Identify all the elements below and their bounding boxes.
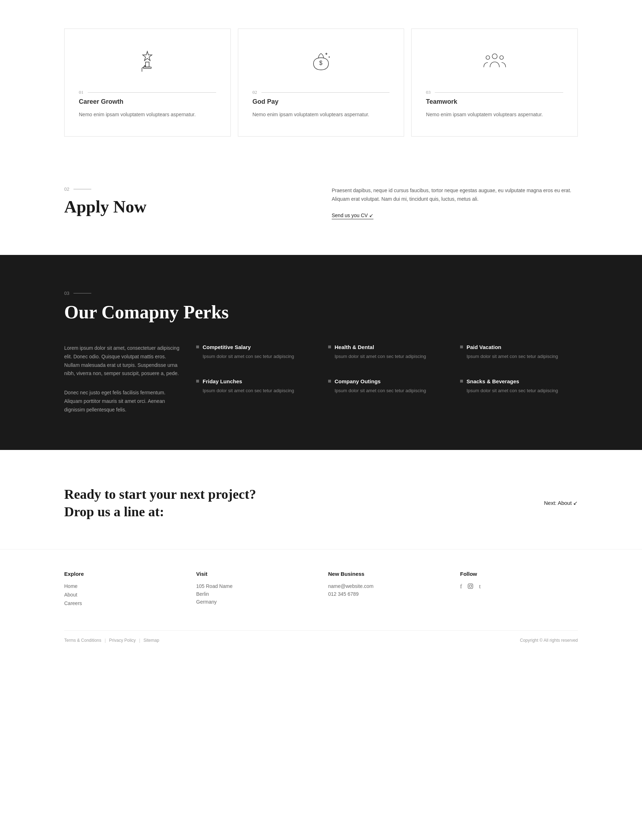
perks-section-number: 03 [64, 291, 578, 296]
perk-company-outings: Company Outings Ipsum dolor sit amet con… [328, 378, 446, 395]
card-number-2: 02 [253, 89, 390, 95]
footer-visit-title: Visit [196, 571, 314, 577]
perk-desc-snacks: Ipsum dolor sit amet con sec tetur adipi… [460, 387, 578, 395]
perk-bullet [196, 345, 199, 348]
apply-left: 02 Apply Now [64, 186, 310, 217]
perk-bullet-5 [460, 345, 463, 348]
cta-text-block: Ready to start your next project? Drop u… [64, 486, 256, 521]
perk-desc-outings: Ipsum dolor sit amet con sec tetur adipi… [328, 387, 446, 395]
perk-bullet-3 [328, 345, 331, 348]
footer-explore-title: Explore [64, 571, 182, 577]
footer-newbiz-col: New Business name@website.com 012 345 67… [328, 571, 446, 609]
perk-title-friday: Friday Lunches [196, 378, 314, 384]
footer-address-2: Berlin [196, 591, 314, 597]
card-desc-1: Nemo enim ipsam voluptatem voluptears as… [79, 110, 196, 118]
card-number-1: 01 [79, 89, 216, 95]
god-pay-icon: $ [253, 47, 390, 75]
perks-col-3: Health & Dental Ipsum dolor sit amet con… [328, 344, 446, 414]
footer-visit-col: Visit 105 Road Name Berlin Germany [196, 571, 314, 609]
perk-desc-competitive: Ipsum dolor sit amet con sec tetur adipi… [196, 353, 314, 361]
perk-desc-health: Ipsum dolor sit amet con sec tetur adipi… [328, 353, 446, 361]
footer-link-about[interactable]: About [64, 592, 182, 597]
footer-copyright: Copyright © All rights reserved [520, 638, 578, 643]
separator-2: | [139, 638, 140, 643]
perk-bullet-6 [460, 380, 463, 382]
perks-text-2: Donec nec justo eget felis facilisis fer… [64, 388, 182, 414]
footer-link-home[interactable]: Home [64, 583, 182, 589]
instagram-icon[interactable] [468, 583, 473, 591]
perk-title-health: Health & Dental [328, 344, 446, 350]
cards-grid: 01 Career Growth Nemo enim ipsam volupta… [64, 29, 578, 136]
footer-address-1: 105 Road Name [196, 583, 314, 589]
perk-friday-lunches: Friday Lunches Ipsum dolor sit amet con … [196, 378, 314, 395]
perk-desc-vacation: Ipsum dolor sit amet con sec tetur adipi… [460, 353, 578, 361]
apply-link[interactable]: Send us you CV ↙ [332, 212, 373, 219]
svg-text:$: $ [319, 60, 323, 66]
apply-description: Praesent dapibus, neque id cursus faucib… [332, 186, 578, 204]
svg-point-11 [500, 56, 504, 60]
apply-heading: Apply Now [64, 197, 310, 217]
footer-grid: Explore Home About Careers Visit 105 Roa… [64, 571, 578, 609]
perks-text-1: Lorem ipsum dolor sit amet, consectetuer… [64, 344, 182, 378]
benefits-section: 01 Career Growth Nemo enim ipsam volupta… [0, 0, 642, 165]
perk-health-dental: Health & Dental Ipsum dolor sit amet con… [328, 344, 446, 361]
perks-col-2: Competitive Salary Ipsum dolor sit amet … [196, 344, 314, 414]
svg-point-14 [472, 585, 472, 585]
teamwork-icon [426, 47, 563, 75]
svg-rect-0 [146, 62, 149, 67]
footer-legal-links: Terms & Conditions | Privacy Policy | Si… [64, 638, 159, 643]
perks-header: 03 Our Comapny Perks [64, 291, 578, 323]
perk-title-competitive: Competitive Salary [196, 344, 314, 350]
social-icons-row: f t [460, 583, 578, 591]
twitter-icon[interactable]: t [479, 583, 480, 591]
footer-email: name@website.com [328, 583, 446, 589]
perks-content-grid: Lorem ipsum dolor sit amet, consectetuer… [64, 344, 578, 414]
separator-1: | [104, 638, 105, 643]
perk-title-outings: Company Outings [328, 378, 446, 384]
card-number-3: 03 [426, 89, 563, 95]
next-about-link[interactable]: Next: About ↙ [544, 500, 578, 506]
apply-section: 02 Apply Now Praesent dapibus, neque id … [0, 165, 642, 255]
svg-point-9 [492, 54, 497, 59]
svg-rect-12 [468, 584, 473, 589]
footer-follow-title: Follow [460, 571, 578, 577]
perks-left-column: Lorem ipsum dolor sit amet, consectetuer… [64, 344, 182, 414]
perk-snacks: Snacks & Beverages Ipsum dolor sit amet … [460, 378, 578, 395]
facebook-icon[interactable]: f [460, 583, 462, 591]
card-desc-2: Nemo enim ipsam voluptatem voluptears as… [253, 110, 370, 118]
cta-line1: Ready to start your next project? [64, 486, 256, 503]
perk-competitive-salary: Competitive Salary Ipsum dolor sit amet … [196, 344, 314, 361]
perk-title-vacation: Paid Vacation [460, 344, 578, 350]
perks-section: 03 Our Comapny Perks Lorem ipsum dolor s… [0, 255, 642, 450]
svg-point-10 [486, 56, 490, 60]
footer-address-3: Germany [196, 599, 314, 605]
footer: Explore Home About Careers Visit 105 Roa… [0, 549, 642, 657]
perks-heading: Our Comapny Perks [64, 302, 578, 323]
footer-explore-col: Explore Home About Careers [64, 571, 182, 609]
svg-point-13 [469, 585, 472, 588]
perk-paid-vacation: Paid Vacation Ipsum dolor sit amet con s… [460, 344, 578, 361]
career-growth-icon [79, 47, 216, 75]
privacy-link[interactable]: Privacy Policy [109, 638, 136, 643]
card-title-1: Career Growth [79, 98, 123, 105]
card-god-pay: $ 02 God Pay Nemo enim ipsam voluptatem … [238, 29, 404, 136]
footer-bottom: Terms & Conditions | Privacy Policy | Si… [64, 630, 578, 643]
perk-desc-friday: Ipsum dolor sit amet con sec tetur adipi… [196, 387, 314, 395]
perk-bullet-4 [328, 380, 331, 382]
terms-link[interactable]: Terms & Conditions [64, 638, 101, 643]
card-desc-3: Nemo enim ipsam voluptatem voluptears as… [426, 110, 543, 118]
footer-newbiz-title: New Business [328, 571, 446, 577]
apply-section-number: 02 [64, 186, 310, 192]
perk-title-snacks: Snacks & Beverages [460, 378, 578, 384]
footer-follow-col: Follow f t [460, 571, 578, 609]
cta-line2: Drop us a line at: [64, 503, 256, 521]
cta-section: Ready to start your next project? Drop u… [0, 450, 642, 549]
card-title-3: Teamwork [426, 98, 457, 105]
svg-rect-1 [143, 67, 151, 68]
perk-bullet-2 [196, 380, 199, 382]
card-career-growth: 01 Career Growth Nemo enim ipsam volupta… [64, 29, 231, 136]
apply-right: Praesent dapibus, neque id cursus faucib… [332, 186, 578, 219]
footer-link-careers[interactable]: Careers [64, 600, 182, 606]
footer-phone: 012 345 6789 [328, 591, 446, 597]
sitemap-link[interactable]: Sitemap [143, 638, 159, 643]
